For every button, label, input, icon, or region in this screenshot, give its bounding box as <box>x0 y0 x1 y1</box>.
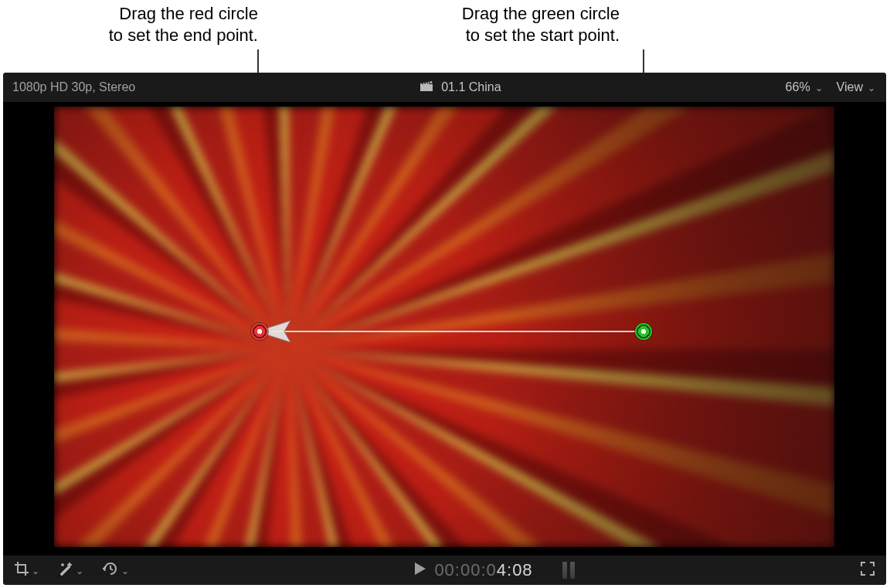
viewer-frame[interactable] <box>54 107 834 547</box>
crop-icon <box>14 561 29 580</box>
callout-end-point: Drag the red circle to set the end point… <box>42 3 258 46</box>
chevron-down-icon: ⌄ <box>32 566 39 576</box>
svg-marker-1 <box>415 563 426 575</box>
play-button[interactable] <box>414 562 426 579</box>
viewer-window: 1080p HD 30p, Stereo 01.1 China 66% ⌄ Vi… <box>3 73 886 585</box>
start-point-handle[interactable] <box>635 323 652 340</box>
viewer-top-bar: 1080p HD 30p, Stereo 01.1 China 66% ⌄ Vi… <box>3 73 886 102</box>
viewer-canvas-area <box>3 102 886 585</box>
clip-title: 01.1 China <box>441 80 501 94</box>
retime-tool-menu[interactable]: ⌄ <box>102 561 129 580</box>
zoom-menu[interactable]: 66% ⌄ <box>786 80 823 94</box>
crop-tool-menu[interactable]: ⌄ <box>14 561 39 580</box>
fullscreen-button[interactable] <box>860 566 875 579</box>
wand-icon <box>58 561 73 580</box>
retime-icon <box>102 561 119 580</box>
chevron-down-icon: ⌄ <box>868 83 875 93</box>
zoom-value: 66% <box>786 80 810 94</box>
view-label: View <box>837 80 863 94</box>
end-point-handle[interactable] <box>251 323 268 340</box>
audio-meter <box>562 562 575 579</box>
chevron-down-icon: ⌄ <box>121 566 129 576</box>
timecode-display[interactable]: 00:00:04:08 <box>434 560 532 580</box>
view-menu[interactable]: View ⌄ <box>837 80 875 94</box>
timecode-active: 4:08 <box>497 560 533 580</box>
viewer-bottom-bar: ⌄ ⌄ ⌄ <box>3 556 886 585</box>
timecode-inactive: 00:00:0 <box>434 560 496 580</box>
chevron-down-icon: ⌄ <box>76 566 83 576</box>
clapper-icon <box>420 80 433 95</box>
chevron-down-icon: ⌄ <box>815 83 823 93</box>
enhance-tool-menu[interactable]: ⌄ <box>58 561 83 580</box>
callout-start-point: Drag the green circle to set the start p… <box>403 3 620 46</box>
format-info: 1080p HD 30p, Stereo <box>3 80 135 94</box>
